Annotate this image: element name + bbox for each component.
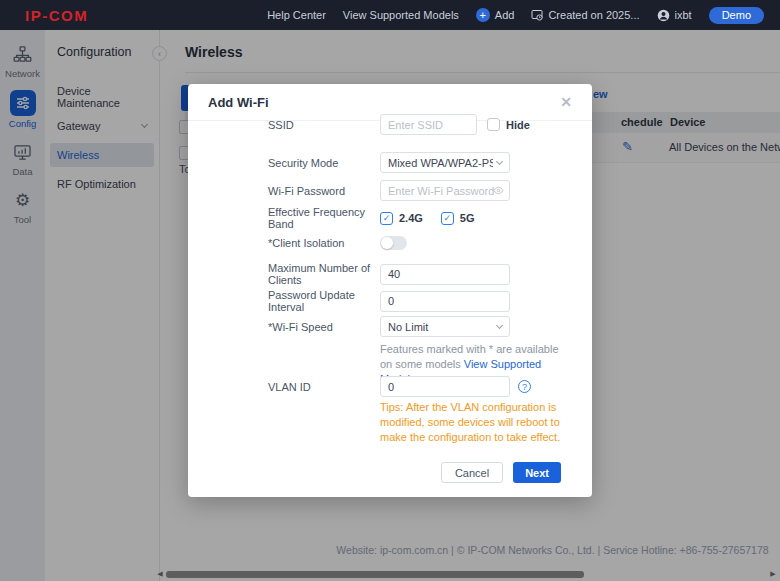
password-row: Wi-Fi Password bbox=[268, 180, 574, 201]
close-icon[interactable]: ✕ bbox=[560, 94, 572, 110]
password-interval-input[interactable] bbox=[380, 291, 510, 312]
add-wifi-dialog: Add Wi-Fi ✕ SSID Hide Security Mode Mixe… bbox=[188, 84, 592, 497]
wifi-password-input[interactable] bbox=[380, 180, 510, 201]
vlan-tip-text: Tips: After the VLAN configuration is mo… bbox=[380, 400, 572, 445]
toggle-knob bbox=[381, 237, 393, 249]
ipcom-logo: IP-COM bbox=[25, 7, 88, 24]
band-5g-checkbox[interactable]: ✓ bbox=[441, 212, 454, 225]
user-icon bbox=[657, 9, 670, 22]
view-supported-models-link[interactable]: View Supported Models bbox=[343, 9, 459, 21]
top-bar: IP-COM Help Center View Supported Models… bbox=[0, 0, 780, 30]
show-password-icon[interactable] bbox=[493, 185, 504, 198]
add-project-button[interactable]: + Add bbox=[476, 8, 515, 22]
help-icon[interactable]: ? bbox=[518, 380, 531, 393]
plus-icon: + bbox=[476, 8, 490, 22]
cancel-button[interactable]: Cancel bbox=[441, 462, 503, 483]
client-isolation-row: *Client Isolation bbox=[268, 236, 574, 250]
dialog-title: Add Wi-Fi bbox=[208, 95, 269, 110]
ssid-input[interactable] bbox=[380, 114, 477, 135]
demo-badge[interactable]: Demo bbox=[709, 7, 764, 24]
ssid-row: SSID Hide bbox=[268, 114, 574, 135]
project-icon bbox=[531, 9, 543, 21]
chevron-down-icon bbox=[496, 321, 503, 328]
vlan-row: VLAN ID ? bbox=[268, 376, 574, 397]
security-mode-row: Security Mode Mixed WPA/WPA2-PSK (recom bbox=[268, 152, 574, 173]
client-isolation-toggle[interactable] bbox=[380, 236, 407, 250]
band-24g-checkbox[interactable]: ✓ bbox=[380, 212, 393, 225]
user-menu[interactable]: ixbt bbox=[657, 9, 692, 22]
next-button[interactable]: Next bbox=[513, 462, 561, 483]
dialog-footer: Cancel Next bbox=[188, 462, 561, 483]
wifi-speed-row: *Wi-Fi Speed No Limit bbox=[268, 316, 574, 337]
hide-checkbox[interactable] bbox=[487, 118, 500, 131]
password-interval-row: Password Update Interval bbox=[268, 289, 574, 313]
frequency-band-row: Effective Frequency Band ✓ 2.4G ✓ 5G bbox=[268, 206, 574, 230]
help-center-link[interactable]: Help Center bbox=[267, 9, 326, 21]
project-created-label[interactable]: Created on 2025... bbox=[531, 9, 639, 21]
chevron-down-icon bbox=[496, 157, 503, 164]
vlan-id-input[interactable] bbox=[380, 376, 510, 397]
wifi-speed-select[interactable]: No Limit bbox=[380, 316, 510, 337]
security-mode-select[interactable]: Mixed WPA/WPA2-PSK (recom bbox=[380, 152, 510, 173]
app-window: IP-COM Help Center View Supported Models… bbox=[0, 0, 780, 581]
max-clients-row: Maximum Number of Clients bbox=[268, 262, 574, 286]
max-clients-input[interactable] bbox=[380, 264, 510, 285]
